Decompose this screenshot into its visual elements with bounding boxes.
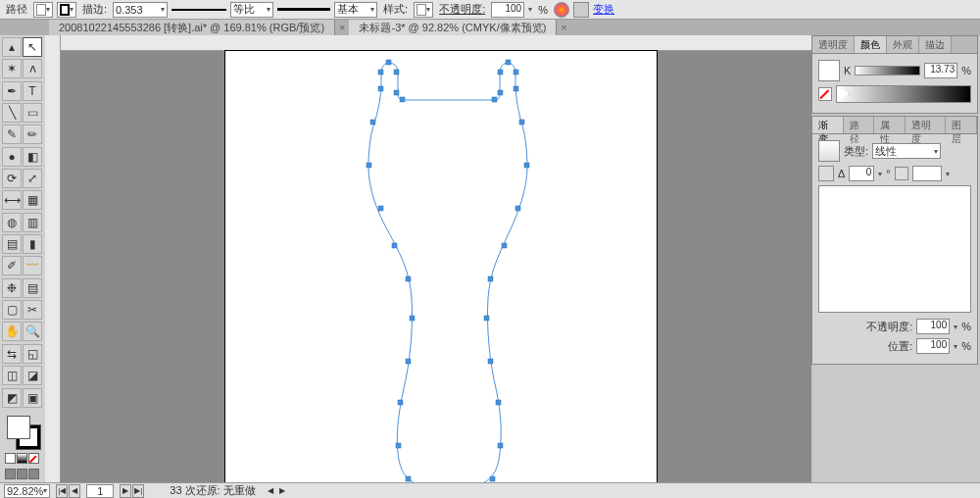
grad-position-input[interactable]: 100 [916,338,950,354]
graph-tool[interactable]: ▤ [23,278,42,298]
perspective-tool[interactable]: ▥ [23,213,42,232]
canvas-area[interactable] [45,35,811,482]
default-fill-stroke[interactable]: ◱ [23,344,42,364]
opacity-stepper[interactable]: ▾ [528,5,532,14]
zoom-tool[interactable]: 🔍 [23,322,42,341]
k-slider[interactable] [855,66,920,75]
transform-link[interactable]: 变换 [593,2,614,17]
color-mode-none[interactable] [28,453,39,464]
tab-attributes[interactable]: 属性 [874,117,906,133]
opacity-input[interactable]: 100 [491,2,524,18]
artboard-number[interactable]: 1 [86,484,114,498]
close-tab-2-icon[interactable]: × [557,22,570,33]
symbol-sprayer-tool[interactable]: ❉ [2,278,22,298]
svg-rect-27 [410,316,415,321]
eyedropper-tool[interactable]: ✐ [2,256,22,275]
artboard[interactable] [225,51,657,482]
none-color-icon[interactable] [818,87,832,101]
style-dropdown[interactable]: ▾ [414,2,433,18]
tab-layers[interactable]: 图层 [946,117,977,133]
lasso-tool[interactable]: ʌ [23,59,42,78]
tab-stroke-panel[interactable]: 描边 [919,36,952,53]
screen-normal-icon[interactable] [5,469,16,479]
status-scroll-right[interactable]: ▶ [279,486,285,495]
first-artboard-button[interactable]: |◀ [56,484,68,498]
svg-rect-17 [488,359,493,364]
free-transform-tool[interactable]: ▦ [23,190,42,210]
scale-tool[interactable]: ⤢ [23,169,42,188]
color-spectrum[interactable] [836,85,971,103]
next-artboard-button[interactable]: ▶ [120,484,131,498]
gradient-tool[interactable]: ▮ [23,234,42,254]
tab-color[interactable]: 颜色 [855,36,887,53]
close-tab-1-icon[interactable]: × [335,22,349,33]
doc-tab-2[interactable]: 未标题-3* @ 92.82% (CMYK/像素预览) [349,20,557,35]
shape-builder-tool[interactable]: ◍ [2,213,22,232]
pen-tool[interactable]: ✒ [2,81,22,101]
artboard-nav: |◀ ◀ [56,484,80,498]
reverse-gradient-icon[interactable] [818,166,834,181]
recolor-icon[interactable] [554,2,569,18]
align-icon[interactable] [573,2,589,18]
magic-wand-tool[interactable]: ✶ [2,59,22,78]
tab-gradient[interactable]: 渐变 [812,117,844,133]
tab-transparency[interactable]: 透明度 [812,36,855,53]
blend-tool[interactable]: 〰 [23,256,42,275]
artboard-tool[interactable]: ▢ [2,300,22,320]
color-mode-gradient[interactable] [17,453,27,464]
color-mode-solid[interactable] [5,453,16,464]
tab-appearance[interactable]: 外观 [887,36,919,53]
grad-opacity-input[interactable]: 100 [916,319,950,334]
selection-tool[interactable]: ▴ [2,37,22,57]
gradient-swatch[interactable] [818,140,840,162]
rectangle-tool[interactable]: ▭ [23,103,42,123]
percent-label: % [536,4,550,16]
color-fill-swatch[interactable] [818,60,840,81]
draw-mode-inside[interactable]: ◩ [2,388,22,408]
draw-mode-normal[interactable]: ◫ [2,366,22,385]
eraser-tool[interactable]: ◧ [23,147,42,167]
gradient-type-select[interactable]: 线性▾ [872,143,941,159]
tab-pathfinder[interactable]: 路径 [844,117,875,133]
slice-tool[interactable]: ✂ [23,300,42,320]
hand-tool[interactable]: ✋ [2,322,22,341]
dash-dropdown[interactable]: 等比▾ [230,2,273,18]
rotate-tool[interactable]: ⟳ [2,169,22,188]
screen-present-icon[interactable] [28,469,39,479]
angle-input[interactable]: 0 [849,166,874,181]
status-scroll-left[interactable]: ◀ [268,486,273,495]
fill-color-swatch[interactable] [7,416,30,439]
stroke-weight-input[interactable]: 0.353▾ [113,2,168,18]
paintbrush-tool[interactable]: ✎ [2,124,22,144]
tab-transparency-2[interactable]: 透明度 [906,117,946,133]
pencil-tool[interactable]: ✏ [23,124,42,144]
stroke-swatch-dropdown[interactable]: ▾ [57,2,76,18]
blob-brush-tool[interactable]: ● [2,147,22,167]
aspect-input[interactable] [912,166,942,181]
type-tool[interactable]: T [23,81,42,101]
direct-selection-tool[interactable]: ↖ [23,37,42,57]
draw-mode-behind[interactable]: ◪ [23,366,42,385]
doc-tab-1[interactable]: 20081022145553286 [转换].ai* @ 169.81% (RG… [49,20,335,35]
toggle-fill-stroke[interactable]: ⇆ [2,344,22,364]
last-artboard-button[interactable]: ▶| [132,484,144,498]
fill-stroke-indicator[interactable] [7,416,40,449]
prev-artboard-button[interactable]: ◀ [69,484,80,498]
brush-dropdown[interactable]: 基本▾ [334,2,377,18]
angle-stepper[interactable]: ▾ [878,170,882,178]
mesh-tool[interactable]: ▤ [2,234,22,254]
width-tool[interactable]: ⟷ [2,190,22,210]
screen-full-icon[interactable] [17,469,27,479]
k-value-input[interactable]: 13.73 [924,63,957,78]
fill-swatch-dropdown[interactable]: ▾ [33,2,53,18]
line-tool[interactable]: ╲ [2,103,22,123]
vector-path[interactable] [225,51,657,482]
svg-rect-0 [386,60,391,65]
gradient-ramp[interactable] [818,185,971,313]
svg-rect-8 [506,60,511,65]
screen-mode[interactable]: ▣ [23,388,42,408]
aspect-icon[interactable] [895,167,908,180]
grad-opacity-label: 不透明度: [866,320,912,334]
zoom-level[interactable]: 92.82% ▾ [4,484,50,498]
opacity-label[interactable]: 不透明度: [437,2,487,17]
